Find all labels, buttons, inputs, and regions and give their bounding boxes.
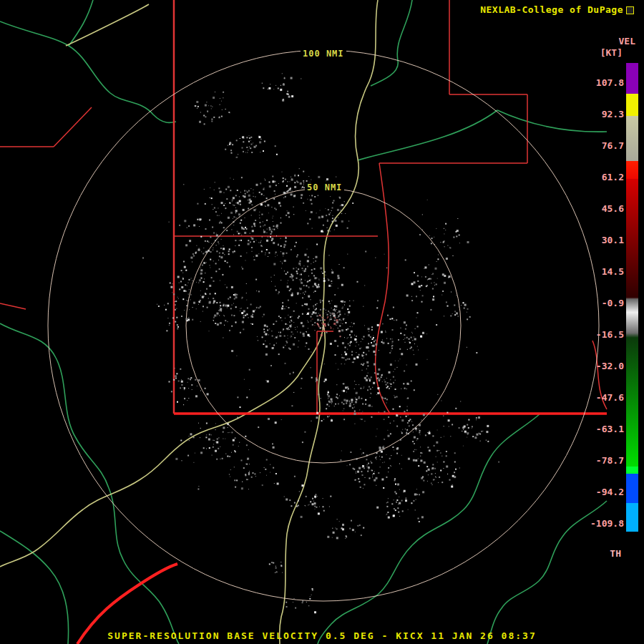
attribution-text: NEXLAB-College of DuPage	[480, 4, 623, 15]
county-line	[0, 303, 26, 309]
county-boundary-lines	[0, 0, 607, 414]
radar-viewer: 100 NMI 50 NMI NEXLAB-College of DuPage …	[0, 0, 644, 644]
county-line	[376, 163, 390, 414]
colorbar-threshold-label: TH	[610, 548, 621, 559]
river-line	[497, 110, 607, 132]
river-line	[358, 110, 497, 160]
river-line	[0, 21, 176, 122]
river-line	[318, 414, 540, 644]
highway-lines	[0, 0, 378, 644]
attribution-header: NEXLAB-College of DuPage	[480, 4, 634, 15]
river-line	[0, 531, 69, 644]
river-line	[487, 501, 607, 644]
colorbar	[626, 63, 638, 532]
range-ring-label-50nmi: 50 NMI	[305, 182, 344, 192]
velocity-echo-layer	[142, 73, 499, 613]
highway-line	[66, 4, 149, 46]
highway-line	[280, 325, 326, 644]
range-ring-label-100nmi: 100 NMI	[301, 49, 346, 59]
colorbar-unit: [KT]	[600, 47, 623, 58]
colorbar-title: VEL	[619, 36, 635, 47]
nexlab-logo-icon	[626, 6, 634, 14]
river-line	[0, 323, 179, 644]
radar-map	[0, 0, 644, 644]
product-title: SUPER-RESOLUTION BASE VELOCITY 0.5 DEG -…	[0, 630, 644, 641]
river-lines	[0, 0, 607, 644]
county-line	[54, 107, 92, 147]
